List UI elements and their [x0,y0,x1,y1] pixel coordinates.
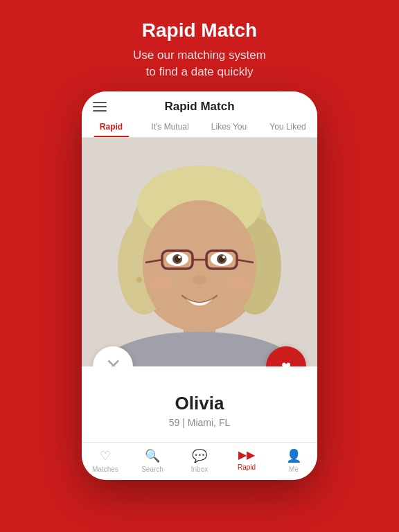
inbox-icon: 💬 [192,448,207,463]
nav-label-search: Search [141,466,163,473]
svg-point-26 [136,277,142,283]
nav-item-me[interactable]: 👤 Me [270,448,317,473]
tab-rapid[interactable]: Rapid [82,119,141,137]
nav-label-me: Me [289,466,299,473]
search-icon: 🔍 [145,448,160,463]
svg-point-23 [193,275,206,285]
svg-point-24 [149,276,174,290]
tab-you-liked[interactable]: You Liked [258,119,317,137]
nav-item-matches[interactable]: ♡ Matches [82,448,129,473]
dislike-icon: ✕ [105,357,121,366]
rapid-icon: ▶▶ [238,448,255,461]
profile-image-container: ✕ ♥ [82,138,317,366]
app-title: Rapid Match [164,100,234,114]
nav-label-matches: Matches [92,466,118,473]
svg-point-25 [225,276,250,290]
page-header: Rapid Match Use our matching system to f… [119,0,280,91]
dislike-button[interactable]: ✕ [93,346,133,366]
tab-its-mutual[interactable]: It's Mutual [141,119,200,137]
nav-label-rapid: Rapid [238,463,256,471]
matches-icon: ♡ [100,448,111,463]
tabs-bar: Rapid It's Mutual Likes You You Liked [82,114,317,138]
profile-photo [82,138,317,366]
bottom-nav: ♡ Matches 🔍 Search 💬 Inbox ▶▶ Rapid 👤 Me [82,442,317,480]
me-icon: 👤 [286,448,301,463]
svg-point-9 [143,200,256,332]
svg-point-17 [222,256,225,258]
nav-item-search[interactable]: 🔍 Search [129,448,176,473]
profile-info: Olivia 59 | Miami, FL [82,366,317,442]
nav-item-inbox[interactable]: 💬 Inbox [176,448,223,473]
nav-item-rapid[interactable]: ▶▶ Rapid [223,448,270,473]
svg-point-13 [178,256,181,258]
nav-label-inbox: Inbox [191,466,208,473]
profile-card: ✕ ♥ Olivia 59 | Miami, FL [82,138,317,442]
like-button[interactable]: ♥ [266,346,306,366]
page-title: Rapid Match [133,19,266,42]
profile-name: Olivia [93,393,306,414]
page-subtitle: Use our matching system to find a date q… [133,47,266,80]
phone-frame: Rapid Match Rapid It's Mutual Likes You … [82,91,317,480]
tab-likes-you[interactable]: Likes You [200,119,258,137]
like-heart-icon: ♥ [281,358,291,366]
profile-details: 59 | Miami, FL [93,417,306,428]
action-buttons: ✕ ♥ [82,346,317,366]
hamburger-menu-icon[interactable] [93,102,107,112]
app-header: Rapid Match [82,91,317,114]
